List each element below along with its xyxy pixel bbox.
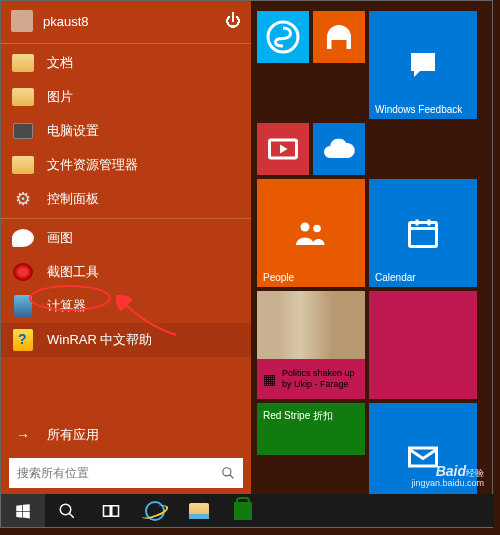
help-icon: [13, 329, 33, 351]
search-icon[interactable]: [213, 458, 243, 488]
tile-redstripe[interactable]: Red Stripe 折扣: [257, 403, 365, 455]
tile-people[interactable]: People: [257, 179, 365, 287]
scissors-icon: [13, 263, 33, 281]
menu-label: 电脑设置: [47, 122, 99, 140]
ie-icon: [145, 501, 165, 521]
tile-label: Red Stripe 折扣: [263, 409, 333, 423]
gear-icon: [11, 187, 35, 211]
taskbar-search[interactable]: [45, 494, 89, 527]
menu-file-explorer[interactable]: 文件资源管理器: [1, 148, 251, 182]
tile-video[interactable]: [257, 123, 309, 175]
menu-label: 文件资源管理器: [47, 156, 138, 174]
calendar-icon: [405, 215, 441, 251]
play-icon: [265, 131, 301, 167]
arrow-right-icon: [11, 423, 35, 447]
divider: [1, 218, 251, 219]
username: pkaust8: [43, 14, 225, 29]
windows-icon: [14, 502, 32, 520]
menu-label: 文档: [47, 54, 73, 72]
news-photo: [257, 291, 365, 361]
avatar: [11, 10, 33, 32]
menu-label: 画图: [47, 229, 73, 247]
svg-line-11: [69, 513, 74, 518]
menu-snipping-tool[interactable]: 截图工具: [1, 255, 251, 289]
news-caption: Politics shaken up by Ukip - Farage: [282, 368, 359, 390]
news-icon: ▦: [263, 371, 276, 388]
tile-calendar[interactable]: Calendar: [369, 179, 477, 287]
svg-rect-12: [104, 505, 111, 516]
menu-winrar-help[interactable]: WinRAR 中文帮助: [1, 323, 251, 357]
tile-onedrive[interactable]: [313, 123, 365, 175]
tile-unknown[interactable]: [369, 291, 477, 399]
search-box[interactable]: [9, 458, 243, 488]
menu-pc-settings[interactable]: 电脑设置: [1, 114, 251, 148]
calculator-icon: [14, 295, 32, 317]
menu-label: 控制面板: [47, 190, 99, 208]
menu-all-apps[interactable]: 所有应用: [1, 418, 251, 452]
people-icon: [293, 215, 329, 251]
store-icon: [234, 502, 252, 520]
mail-icon: [405, 439, 441, 475]
start-left-pane: pkaust8 ⏻ 文档 图片 电脑设置 文件资源管理器: [1, 1, 251, 494]
menu-pictures[interactable]: 图片: [1, 80, 251, 114]
svg-line-1: [230, 475, 234, 479]
taskbar: [1, 494, 494, 527]
menu-label: 图片: [47, 88, 73, 106]
divider: [1, 43, 251, 44]
menu-paint[interactable]: 画图: [1, 221, 251, 255]
menu-label: 计算器: [47, 297, 86, 315]
tile-label: Windows Feedback: [375, 104, 462, 115]
pc-icon: [13, 123, 33, 139]
folder-icon: [189, 503, 209, 519]
tile-skype[interactable]: [257, 11, 309, 63]
headphones-icon: [321, 19, 357, 55]
menu-control-panel[interactable]: 控制面板: [1, 182, 251, 216]
start-button[interactable]: [1, 494, 45, 527]
folder-icon: [12, 88, 34, 106]
start-tiles-pane: Windows Feedback People Calendar: [251, 1, 492, 494]
skype-icon: [265, 19, 301, 55]
taskbar-store[interactable]: [221, 494, 265, 527]
search-icon: [58, 502, 76, 520]
tile-music[interactable]: [313, 11, 365, 63]
svg-point-10: [60, 504, 71, 515]
folder-icon: [12, 54, 34, 72]
tile-news[interactable]: ▦ Politics shaken up by Ukip - Farage: [257, 291, 365, 399]
menu-label: 截图工具: [47, 263, 99, 281]
menu-label: 所有应用: [47, 426, 99, 444]
menu-documents[interactable]: 文档: [1, 46, 251, 80]
tile-label: Calendar: [375, 272, 416, 283]
taskbar-file-explorer[interactable]: [177, 494, 221, 527]
menu-label: WinRAR 中文帮助: [47, 331, 152, 349]
power-icon[interactable]: ⏻: [225, 12, 241, 30]
menu-calculator[interactable]: 计算器: [1, 289, 251, 323]
svg-point-4: [313, 225, 321, 233]
cloud-icon: [321, 131, 357, 167]
search-input[interactable]: [9, 466, 213, 480]
svg-point-0: [223, 468, 231, 476]
paint-icon: [12, 229, 34, 247]
taskbar-taskview[interactable]: [89, 494, 133, 527]
tile-mail[interactable]: Mail: [369, 403, 477, 494]
taskbar-ie[interactable]: [133, 494, 177, 527]
tile-feedback[interactable]: Windows Feedback: [369, 11, 477, 119]
taskview-icon: [102, 504, 120, 518]
svg-point-3: [301, 223, 310, 232]
tile-label: People: [263, 272, 294, 283]
svg-rect-5: [410, 223, 437, 247]
feedback-icon: [405, 47, 441, 83]
svg-rect-13: [112, 505, 119, 516]
user-row[interactable]: pkaust8 ⏻: [1, 1, 251, 41]
explorer-icon: [12, 156, 34, 174]
